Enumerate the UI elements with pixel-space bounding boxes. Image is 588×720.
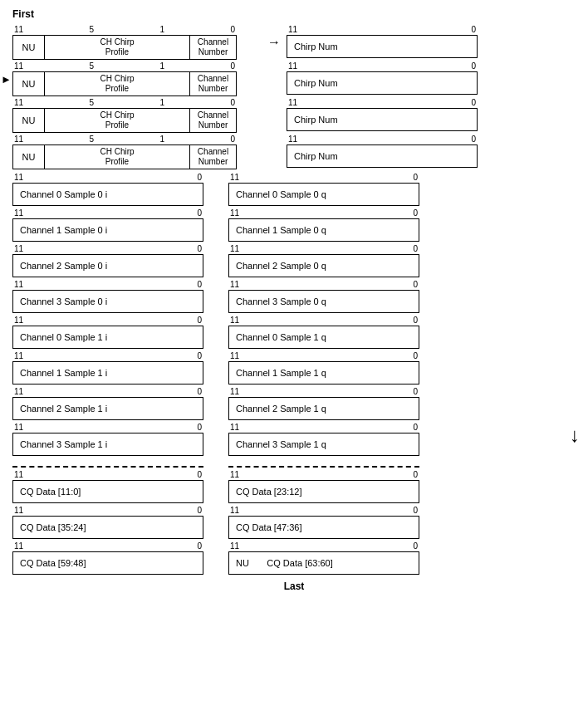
chirp-row-2-left: 11 5 1 0 NU CH ChirpProfile ChannelNumbe… bbox=[12, 61, 237, 96]
bit-labels-right-2: 11 0 bbox=[287, 61, 478, 71]
first-title: First bbox=[12, 8, 576, 20]
nu-field-3: NU bbox=[13, 109, 45, 132]
chirp-row-1: 11 5 1 0 NU CH ChirpProfile ChannelNumbe… bbox=[12, 25, 576, 60]
sample-0-0-i-box: Channel 0 Sample 0 i bbox=[12, 183, 203, 206]
sample-0-0-q-box: Channel 0 Sample 0 q bbox=[228, 183, 419, 206]
channel-num-field-2: ChannelNumber bbox=[190, 72, 236, 96]
bit-labels-right-4: 11 0 bbox=[287, 135, 478, 144]
sample-0-1-q-col: 110 Channel 0 Sample 1 q bbox=[228, 316, 419, 349]
chirp-row-1-right: 11 0 Chirp Num bbox=[287, 25, 478, 58]
sample-2-0-i-box: Channel 2 Sample 0 i bbox=[12, 254, 203, 277]
sample-1-0-q-col: 110 Channel 1 Sample 0 q bbox=[228, 208, 419, 242]
dashed-left bbox=[12, 466, 203, 468]
cq-1-right-col: 110 CQ Data [47:36] bbox=[228, 506, 419, 539]
channel-num-field-3: ChannelNumber bbox=[190, 109, 236, 132]
cq-pair-2: 110 CQ Data [59:48] 110 NU CQ Data [63:6… bbox=[12, 541, 576, 575]
cq-2-right-box: NU CQ Data [63:60] bbox=[228, 551, 419, 575]
cq-0-left-box: CQ Data [11:0] bbox=[12, 480, 203, 503]
chirp-row-4-right: 11 0 Chirp Num bbox=[287, 135, 478, 168]
ch-chirp-field-3: CH ChirpProfile bbox=[45, 109, 190, 132]
nu-field-2: NU bbox=[13, 72, 45, 96]
sample-3-1-i-col: 110 Channel 3 Sample 1 i bbox=[12, 423, 203, 456]
sample-0-0-i-col: 110 Channel 0 Sample 0 i bbox=[12, 173, 203, 206]
chirp-row-4-left: 11 5 1 0 NU CH ChirpProfile ChannelNumbe… bbox=[12, 135, 237, 169]
sample-1-0-i-box: Channel 1 Sample 0 i bbox=[12, 218, 203, 242]
chirp-num-box-1: Chirp Num bbox=[287, 35, 478, 58]
chirp-num-box-2: Chirp Num bbox=[287, 71, 478, 95]
chirp-row-1-left: 11 5 1 0 NU CH ChirpProfile ChannelNumbe… bbox=[12, 25, 237, 60]
sample-pair-0-0: 110 Channel 0 Sample 0 i 110 Channel 0 S… bbox=[12, 173, 576, 206]
bit-labels-row2: 11 5 1 0 bbox=[12, 61, 237, 71]
sample-1-1-i-col: 110 Channel 1 Sample 1 i bbox=[12, 351, 203, 384]
field-box-row2: NU CH ChirpProfile ChannelNumber bbox=[12, 71, 237, 96]
chirp-row-3-right: 11 0 Chirp Num bbox=[287, 98, 478, 131]
dashed-separator-row bbox=[12, 461, 576, 468]
nu-field-4: NU bbox=[13, 145, 45, 169]
ch-chirp-field-2: CH ChirpProfile bbox=[45, 72, 190, 96]
chirp-row-3: 11 5 1 0 NU CH ChirpProfile ChannelNumbe… bbox=[12, 98, 576, 133]
chirp-row-3-left: 11 5 1 0 NU CH ChirpProfile ChannelNumbe… bbox=[12, 98, 237, 133]
sample-pair-0-1: 110 Channel 0 Sample 1 i 110 Channel 0 S… bbox=[12, 316, 576, 349]
cq-rows-container: 110 CQ Data [11:0] 110 CQ Data [23:12] 1… bbox=[12, 470, 576, 577]
cq-0-left-col: 110 CQ Data [11:0] bbox=[12, 470, 203, 503]
cq-pair-1: 110 CQ Data [35:24] 110 CQ Data [47:36] bbox=[12, 506, 576, 539]
sample-2-1-i-box: Channel 2 Sample 1 i bbox=[12, 397, 203, 420]
cq-1-left-box: CQ Data [35:24] bbox=[12, 516, 203, 539]
sample-0-1-i-box: Channel 0 Sample 1 i bbox=[12, 326, 203, 349]
bit-labels-row4: 11 5 1 0 bbox=[12, 135, 237, 144]
sample-3-1-q-box: Channel 3 Sample 1 q bbox=[228, 433, 419, 456]
chirp-num-box-4: Chirp Num bbox=[287, 144, 478, 168]
sample-0-0-q-col: 110 Channel 0 Sample 0 q bbox=[228, 173, 419, 206]
sample-1-0-i-col: 110 Channel 1 Sample 0 i bbox=[12, 208, 203, 242]
bit-labels-right-3: 11 0 bbox=[287, 98, 478, 107]
cq-2-left-box: CQ Data [59:48] bbox=[12, 551, 203, 575]
sample-pair-2-1: 110 Channel 2 Sample 1 i 110 Channel 2 S… bbox=[12, 387, 576, 420]
sample-3-0-i-col: 110 Channel 3 Sample 0 i bbox=[12, 280, 203, 313]
chirp-num-box-3: Chirp Num bbox=[287, 108, 478, 131]
ch-chirp-field-4: CH ChirpProfile bbox=[45, 145, 190, 169]
bit-labels-row3: 11 5 1 0 bbox=[12, 98, 237, 107]
field-box-row4: NU CH ChirpProfile ChannelNumber bbox=[12, 144, 237, 169]
cq-0-right-box: CQ Data [23:12] bbox=[228, 480, 419, 503]
sample-0-0-i-bits: 110 bbox=[12, 173, 203, 182]
sample-rows-container: 110 Channel 0 Sample 0 i 110 Channel 0 S… bbox=[12, 173, 576, 458]
cq-1-left-col: 110 CQ Data [35:24] bbox=[12, 506, 203, 539]
sample-3-1-i-box: Channel 3 Sample 1 i bbox=[12, 433, 203, 456]
left-indicator: ► bbox=[1, 73, 12, 86]
sample-pair-3-1: 110 Channel 3 Sample 1 i 110 Channel 3 S… bbox=[12, 423, 576, 456]
sample-2-0-q-box: Channel 2 Sample 0 q bbox=[228, 254, 419, 277]
field-box-row3: NU CH ChirpProfile ChannelNumber bbox=[12, 108, 237, 133]
last-title: Last bbox=[12, 580, 576, 592]
sample-0-0-q-bits: 110 bbox=[228, 173, 419, 182]
channel-num-field-4: ChannelNumber bbox=[190, 145, 236, 169]
chirp-row-2-right: 11 0 Chirp Num bbox=[287, 61, 478, 95]
sample-2-1-q-col: 110 Channel 2 Sample 1 q bbox=[228, 387, 419, 420]
down-arrow-icon: ↓ bbox=[570, 425, 580, 445]
sample-2-0-q-col: 110 Channel 2 Sample 0 q bbox=[228, 244, 419, 277]
sample-pair-1-0: 110 Channel 1 Sample 0 i 110 Channel 1 S… bbox=[12, 208, 576, 242]
sample-3-0-q-box: Channel 3 Sample 0 q bbox=[228, 290, 419, 313]
sample-pair-2-0: 110 Channel 2 Sample 0 i 110 Channel 2 S… bbox=[12, 244, 576, 277]
sample-2-1-q-box: Channel 2 Sample 1 q bbox=[228, 397, 419, 420]
sample-1-1-q-box: Channel 1 Sample 1 q bbox=[228, 361, 419, 384]
sample-pair-1-1: 110 Channel 1 Sample 1 i 110 Channel 1 S… bbox=[12, 351, 576, 384]
sample-2-1-i-col: 110 Channel 2 Sample 1 i bbox=[12, 387, 203, 420]
bit-labels-row1: 11 5 1 0 bbox=[12, 25, 237, 34]
chirp-row-2: ► 11 5 1 0 NU CH ChirpProfile ChannelNum… bbox=[12, 61, 576, 96]
cq-1-right-box: CQ Data [47:36] bbox=[228, 516, 419, 539]
sample-0-1-i-col: 110 Channel 0 Sample 1 i bbox=[12, 316, 203, 349]
sample-3-1-q-col: 110 Channel 3 Sample 1 q bbox=[228, 423, 419, 456]
chirp-row-4: 11 5 1 0 NU CH ChirpProfile ChannelNumbe… bbox=[12, 135, 576, 169]
right-arrow-1: → bbox=[262, 35, 287, 50]
cq-0-right-col: 110 CQ Data [23:12] bbox=[228, 470, 419, 503]
cq-2-left-col: 110 CQ Data [59:48] bbox=[12, 541, 203, 575]
sample-1-1-i-box: Channel 1 Sample 1 i bbox=[12, 361, 203, 384]
sample-2-0-i-col: 110 Channel 2 Sample 0 i bbox=[12, 244, 203, 277]
sample-1-1-q-col: 110 Channel 1 Sample 1 q bbox=[228, 351, 419, 384]
nu-field-1: NU bbox=[13, 36, 45, 59]
sample-pair-3-0: 110 Channel 3 Sample 0 i 110 Channel 3 S… bbox=[12, 280, 576, 313]
cq-pair-0: 110 CQ Data [11:0] 110 CQ Data [23:12] bbox=[12, 470, 576, 503]
sample-1-0-q-box: Channel 1 Sample 0 q bbox=[228, 218, 419, 242]
top-rows: 11 5 1 0 NU CH ChirpProfile ChannelNumbe… bbox=[12, 25, 576, 173]
bit-labels-right-1: 11 0 bbox=[287, 25, 478, 34]
